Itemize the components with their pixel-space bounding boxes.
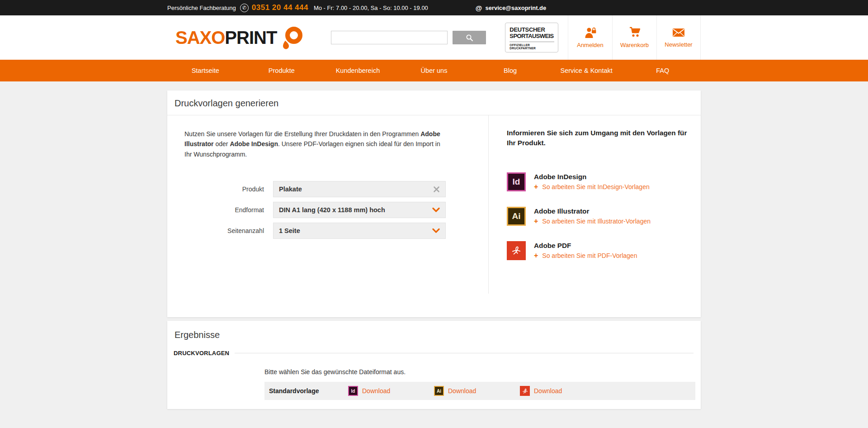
at-icon: @ [476,4,482,12]
newsletter-label: Newsletter [665,41,692,48]
download-group-pdf: Download [520,386,606,396]
search-input[interactable] [331,31,448,44]
nav-item-service-kontakt[interactable]: Service & Kontakt [548,60,625,81]
main-content: Druckvorlagen generieren Nutzen Sie unse… [0,81,868,409]
plus-icon: + [534,252,538,259]
main-nav: Startseite Produkte Kundenbereich Über u… [0,60,868,81]
info-item-illustrator: Ai Adobe Illustrator + So arbeiten Sie m… [507,207,701,226]
indesign-help-link[interactable]: So arbeiten Sie mit InDesign-Vorlagen [542,183,649,190]
seitenanzahl-value: 1 Seite [279,227,432,234]
login-link[interactable]: Anmelden [568,15,612,60]
nav-item-startseite[interactable]: Startseite [167,60,244,81]
nav-item-kundenbereich[interactable]: Kundenbereich [320,60,396,81]
search-icon [466,34,473,42]
info-column: Informieren Sie sich zum Umgang mit den … [488,115,701,294]
format-hint: Bitte wählen Sie das gewünschte Dateifor… [264,368,695,376]
badge-divider [509,42,554,42]
indesign-title: Adobe InDesign [534,173,650,181]
section-header: DRUCKVORLAGEN [174,350,693,357]
download-illustrator-link[interactable]: Download [448,387,476,395]
info-item-indesign: Id Adobe InDesign + So arbeiten Sie mit … [507,172,701,191]
download-indesign-link[interactable]: Download [362,387,390,395]
cart-label: Warenkorb [620,42,649,48]
form-row-produkt: Produkt Plakate [184,181,488,197]
nav-item-produkte[interactable]: Produkte [244,60,320,81]
info-item-pdf: Adobe PDF + So arbeiten Sie mit PDF-Vorl… [507,241,701,260]
clear-icon[interactable] [433,186,440,193]
intro-text: Nutzen Sie unsere Vorlagen für die Erste… [184,129,447,159]
support-email[interactable]: service@saxoprint.de [486,5,547,11]
produkt-value: Plakate [279,185,433,193]
header-actions: Anmelden Warenkorb [568,15,701,60]
phone-icon: ✆ [240,4,249,12]
produkt-field[interactable]: Plakate [273,181,446,197]
indesign-icon: Id [507,172,526,191]
nav-item-ueber-uns[interactable]: Über uns [396,60,472,81]
illustrator-help-link[interactable]: So arbeiten Sie mit Illustrator-Vorlagen [542,218,651,225]
endformat-label: Endformat [184,206,273,214]
download-group-indesign: Id Download [348,386,434,396]
indesign-icon: Id [348,386,358,396]
logo-text-saxo: SAXO [175,28,225,48]
sportausweis-badge: DEUTSCHER SPORTAUSWEIS OFFIZIELLER DRUCK… [505,23,558,52]
search-form [331,31,486,44]
cart-icon [628,27,642,38]
support-label: Persönliche Fachberatung [167,5,236,11]
results-title: Ergebnisse [167,321,701,347]
newsletter-link[interactable]: Newsletter [656,15,701,60]
form-row-seitenanzahl: Seitenanzahl 1 Seite [184,223,488,239]
plus-icon: + [534,183,538,190]
template-form: Produkt Plakate Endformat DIN [184,181,488,239]
seitenanzahl-dropdown[interactable]: 1 Seite [273,223,446,239]
endformat-dropdown[interactable]: DIN A1 lang (420 x 1188 mm) hoch [273,202,446,218]
section-line [235,353,693,353]
section-label: DRUCKVORLAGEN [174,350,229,357]
illustrator-icon: Ai [434,386,444,396]
info-heading: Informieren Sie sich zum Umgang mit den … [507,128,688,148]
generator-form-column: Nutzen Sie unsere Vorlagen für die Erste… [167,115,488,294]
illustrator-icon: Ai [507,207,526,226]
plus-icon: + [534,218,538,225]
logo-drop-icon [279,25,304,50]
illustrator-title: Adobe Illustrator [534,207,651,215]
badge-line1: DEUTSCHER [509,27,554,33]
results-panel: Ergebnisse DRUCKVORLAGEN Bitte wählen Si… [167,321,701,409]
phone-glyph: ✆ [242,5,246,10]
topbar: Persönliche Fachberatung ✆ 0351 20 44 44… [0,0,868,15]
endformat-value: DIN A1 lang (420 x 1188 mm) hoch [279,206,432,214]
download-pdf-link[interactable]: Download [534,387,562,395]
produkt-label: Produkt [184,185,273,193]
template-row: Standardvorlage Id Download Ai Download [264,382,695,400]
service-hours: Mo - Fr: 7.00 - 20.00, Sa - So: 10.00 - … [314,5,428,11]
logo[interactable]: SAXOPRINT [175,25,304,50]
chevron-down-icon [432,228,440,233]
pdf-title: Adobe PDF [534,242,637,250]
pdf-icon [507,241,526,260]
phone-number[interactable]: 0351 20 44 444 [252,3,308,12]
page-title: Druckvorlagen generieren [167,90,701,115]
chevron-down-icon [432,207,440,213]
nav-item-blog[interactable]: Blog [472,60,548,81]
download-group-illustrator: Ai Download [434,386,520,396]
user-lock-icon [584,27,597,38]
template-row-label: Standardvorlage [269,387,348,395]
badge-line2: SPORTAUSWEIS [509,33,554,40]
acrobat-glyph [510,245,522,257]
pdf-icon [520,386,530,396]
acrobat-glyph [522,388,528,395]
login-label: Anmelden [577,42,604,48]
page: Persönliche Fachberatung ✆ 0351 20 44 44… [0,0,868,409]
pdf-help-link[interactable]: So arbeiten Sie mit PDF-Vorlagen [542,252,637,259]
envelope-icon [672,27,685,38]
seitenanzahl-label: Seitenanzahl [184,227,273,234]
form-row-endformat: Endformat DIN A1 lang (420 x 1188 mm) ho… [184,202,488,218]
header: SAXOPRINT DEUTSCHER SPORTAUSWEIS [0,15,868,60]
cart-link[interactable]: Warenkorb [612,15,656,60]
search-button[interactable] [453,31,486,44]
logo-text-print: PRINT [225,28,277,48]
badge-line3: OFFIZIELLER DRUCKPARTNER [509,43,554,50]
generator-panel: Druckvorlagen generieren Nutzen Sie unse… [167,90,701,317]
nav-item-faq[interactable]: FAQ [624,60,701,81]
